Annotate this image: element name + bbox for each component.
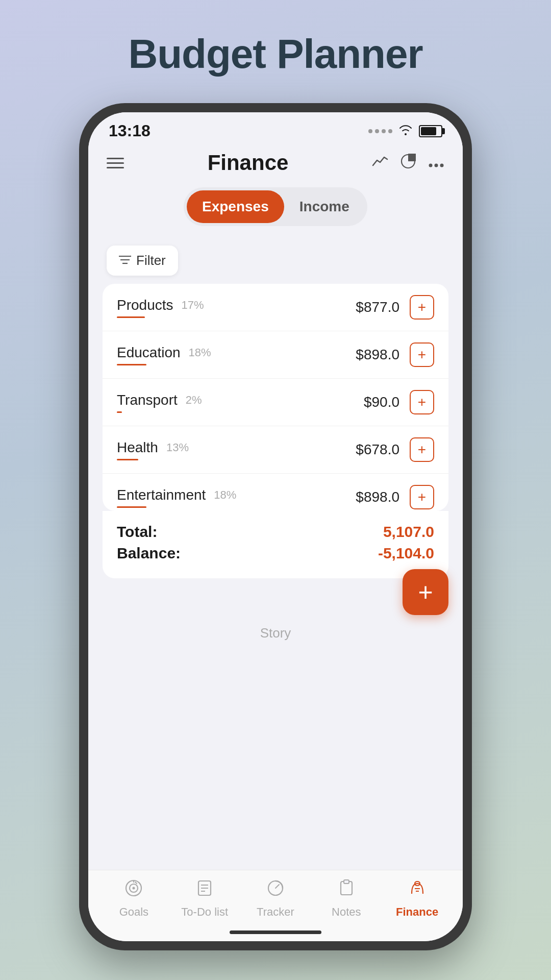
expense-item: Products 17% $877.0 + <box>103 284 448 331</box>
add-item-button[interactable]: + <box>410 485 434 509</box>
filter-label: Filter <box>136 253 166 268</box>
expense-amount: $877.0 <box>356 299 399 315</box>
expense-pct: 17% <box>182 299 204 312</box>
expense-bar <box>117 411 122 413</box>
expense-right: $90.0 + <box>364 390 434 414</box>
menu-icon[interactable] <box>107 158 124 168</box>
nav-item-goals[interactable]: Goals <box>108 878 159 919</box>
expense-pct: 18% <box>214 488 236 502</box>
balance-label: Balance: <box>117 545 181 562</box>
add-item-button[interactable]: + <box>410 295 434 320</box>
phone-screen: 13:18 <box>88 112 463 941</box>
chart-line-icon[interactable] <box>372 154 388 172</box>
nav-item-notes[interactable]: Notes <box>321 878 372 919</box>
balance-value: -5,104.0 <box>378 545 434 562</box>
status-bar: 13:18 <box>88 112 463 145</box>
nav-item-finance[interactable]: Finance <box>392 878 443 919</box>
expense-amount: $90.0 <box>364 394 399 410</box>
expense-name-row: Health 13% <box>117 439 189 456</box>
expense-name-row: Education 18% <box>117 345 211 361</box>
expense-item: Education 18% $898.0 + <box>103 331 448 379</box>
pie-chart-icon[interactable] <box>400 154 416 173</box>
fab-container: + <box>103 578 448 619</box>
totals-section: Total: 5,107.0 Balance: -5,104.0 <box>103 511 448 578</box>
expense-left: Entertainment 18% <box>117 487 236 508</box>
battery-icon <box>419 125 442 137</box>
todo-icon <box>195 878 214 902</box>
add-item-button[interactable]: + <box>410 390 434 414</box>
expense-name: Education <box>117 345 181 361</box>
balance-row: Balance: -5,104.0 <box>117 545 434 562</box>
expense-name: Products <box>117 297 173 313</box>
svg-point-3 <box>440 164 444 167</box>
home-bar <box>230 930 321 934</box>
goals-label: Goals <box>119 905 148 919</box>
total-value: 5,107.0 <box>383 523 434 541</box>
expense-left: Health 13% <box>117 439 189 460</box>
expense-name-row: Products 17% <box>117 297 204 313</box>
expense-left: Transport 2% <box>117 392 202 413</box>
app-header: Finance <box>88 145 463 183</box>
expense-name: Health <box>117 439 158 456</box>
svg-point-2 <box>435 164 438 167</box>
svg-rect-18 <box>344 880 349 884</box>
expense-pct: 2% <box>186 394 202 407</box>
income-tab[interactable]: Income <box>284 190 365 223</box>
add-expense-fab[interactable]: + <box>403 569 448 615</box>
expense-right: $877.0 + <box>356 295 434 320</box>
tracker-label: Tracker <box>257 905 294 919</box>
expense-pct: 18% <box>189 346 211 359</box>
todo-label: To-Do list <box>181 905 228 919</box>
expense-right: $678.0 + <box>356 437 434 462</box>
add-item-button[interactable]: + <box>410 437 434 462</box>
goals-icon <box>124 878 143 902</box>
filter-section: Filter <box>88 246 463 284</box>
phone-frame: 13:18 <box>79 103 472 950</box>
expense-name-row: Transport 2% <box>117 392 202 408</box>
status-time: 13:18 <box>109 121 151 140</box>
expense-name-row: Entertainment 18% <box>117 487 236 503</box>
page-title: Budget Planner <box>128 31 422 78</box>
signal-dots-icon <box>368 129 392 133</box>
bottom-nav: Goals To-Do list <box>88 870 463 923</box>
notes-icon <box>337 878 356 902</box>
expense-item: Transport 2% $90.0 + <box>103 379 448 426</box>
expense-bar <box>117 459 138 460</box>
main-content: Expenses Income Filter <box>88 183 463 870</box>
expense-left: Education 18% <box>117 345 211 365</box>
nav-item-tracker[interactable]: Tracker <box>250 878 301 919</box>
expense-right: $898.0 + <box>356 485 434 509</box>
notes-label: Notes <box>332 905 361 919</box>
finance-label: Finance <box>396 905 438 919</box>
nav-item-todo[interactable]: To-Do list <box>179 878 230 919</box>
expense-item: Health 13% $678.0 + <box>103 426 448 474</box>
expenses-tab[interactable]: Expenses <box>187 190 284 223</box>
app-title: Finance <box>208 151 289 175</box>
add-item-button[interactable]: + <box>410 342 434 367</box>
expense-bar <box>117 506 146 508</box>
expense-amount: $898.0 <box>356 347 399 363</box>
filter-icon <box>119 254 131 268</box>
expense-left: Products 17% <box>117 297 204 318</box>
expense-name: Entertainment <box>117 487 206 503</box>
header-actions <box>372 154 444 173</box>
expense-amount: $678.0 <box>356 442 399 458</box>
svg-point-1 <box>429 164 433 167</box>
expense-amount: $898.0 <box>356 489 399 505</box>
expense-pct: 13% <box>166 441 189 454</box>
total-row: Total: 5,107.0 <box>117 523 434 541</box>
more-dots-icon[interactable] <box>428 154 444 172</box>
filter-button[interactable]: Filter <box>107 246 178 276</box>
expense-list: Products 17% $877.0 + Education 18% $898… <box>103 284 448 511</box>
tab-switcher: Expenses Income <box>184 187 367 226</box>
svg-point-9 <box>133 887 135 890</box>
svg-line-16 <box>276 885 279 888</box>
story-label: Story <box>88 621 463 643</box>
expense-bar <box>117 364 146 365</box>
total-label: Total: <box>117 523 157 541</box>
wifi-icon <box>398 123 413 139</box>
expense-right: $898.0 + <box>356 342 434 367</box>
tracker-icon <box>266 878 285 902</box>
expense-name: Transport <box>117 392 178 408</box>
status-icons <box>368 123 442 139</box>
